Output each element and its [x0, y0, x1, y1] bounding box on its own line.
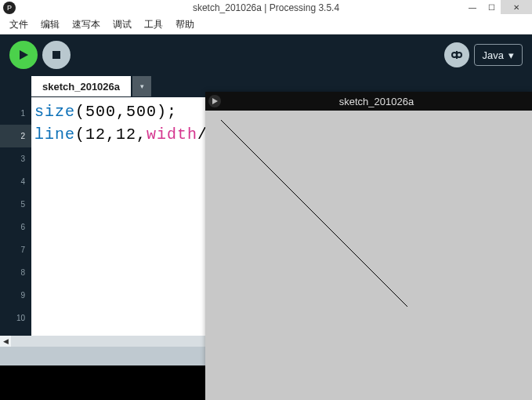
line-number: 2 — [0, 125, 31, 147]
line-number: 7 — [0, 238, 31, 261]
code-token: line — [34, 125, 75, 144]
line-number: 6 — [0, 216, 31, 238]
sketch-tab[interactable]: sketch_201026a — [31, 76, 131, 96]
code-token: width — [147, 125, 197, 144]
svg-rect-1 — [52, 51, 60, 59]
window-title: sketch_201026a | Processing 3.5.4 — [0, 2, 532, 13]
window-titlebar: P sketch_201026a | Processing 3.5.4 — ☐ … — [0, 0, 532, 16]
stop-button[interactable] — [42, 41, 71, 69]
line-number: 8 — [0, 261, 31, 284]
code-token: (500,500); — [75, 103, 177, 121]
svg-marker-5 — [212, 98, 218, 104]
tab-dropdown[interactable]: ▾ — [132, 76, 151, 96]
line-number: 4 — [0, 170, 31, 193]
play-icon — [18, 49, 29, 60]
chevron-down-icon: ▾ — [508, 49, 514, 61]
line-number: 3 — [0, 147, 31, 170]
line-gutter: 1 2 3 4 5 6 7 8 9 10 — [0, 97, 31, 336]
menu-sketch[interactable]: 速写本 — [66, 16, 107, 33]
line-number: 1 — [0, 102, 31, 125]
sketch-canvas — [212, 111, 532, 400]
output-titlebar[interactable]: sketch_201026a — [205, 92, 532, 111]
menu-tools[interactable]: 工具 — [138, 16, 169, 33]
menu-help[interactable]: 帮助 — [169, 16, 201, 33]
sketch-output-window: sketch_201026a — [205, 92, 532, 400]
debug-icon — [451, 49, 463, 61]
output-title: sketch_201026a — [221, 96, 532, 107]
mode-label: Java — [483, 49, 504, 61]
code-token: size — [34, 103, 75, 121]
svg-marker-0 — [20, 50, 28, 60]
debug-button[interactable] — [444, 42, 469, 67]
mode-selector[interactable]: Java ▾ — [474, 44, 523, 66]
stop-icon — [52, 50, 61, 60]
code-token: (12,12, — [75, 125, 147, 144]
menu-edit[interactable]: 编辑 — [34, 16, 66, 33]
line-number: 10 — [0, 307, 31, 329]
processing-sketch-icon — [208, 95, 221, 107]
line-number: 9 — [0, 284, 31, 307]
menu-bar: 文件 编辑 速写本 调试 工具 帮助 — [0, 16, 532, 35]
menu-file[interactable]: 文件 — [3, 16, 34, 33]
scroll-left-icon[interactable]: ◀ — [0, 336, 11, 347]
line-number: 5 — [0, 193, 31, 216]
menu-debug[interactable]: 调试 — [107, 16, 138, 33]
toolbar: Java ▾ — [0, 35, 532, 75]
run-button[interactable] — [9, 41, 38, 69]
drawn-line — [221, 120, 407, 307]
